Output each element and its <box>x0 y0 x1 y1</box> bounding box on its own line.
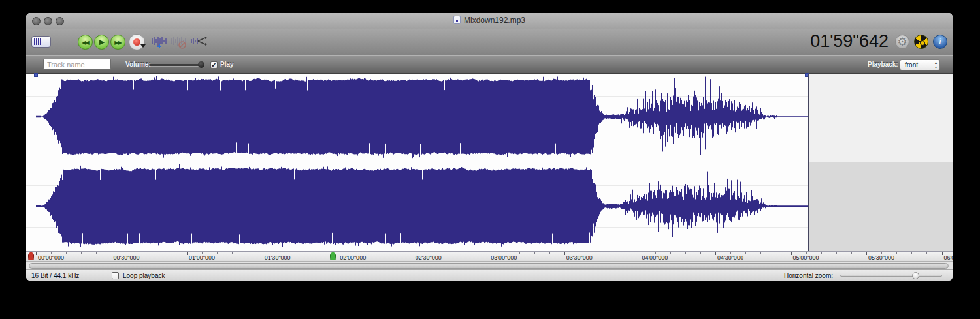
info-button[interactable]: i <box>933 35 947 49</box>
loop-playback-label: Loop playback <box>123 272 165 279</box>
ruler-minor-tick <box>66 252 67 254</box>
add-waveform-icon <box>150 36 169 49</box>
playback-select-value: front <box>905 61 918 68</box>
horizontal-zoom-knob[interactable] <box>912 272 919 279</box>
horizontal-scrollbar[interactable] <box>26 261 953 269</box>
ruler-minor-tick <box>429 252 429 254</box>
burn-button[interactable] <box>914 35 928 49</box>
fast-forward-button[interactable]: ▶▶ <box>110 35 125 50</box>
ruler-tick <box>791 252 792 255</box>
ruler-label: 06'00"000 <box>944 254 953 261</box>
ruler-tick <box>112 252 112 255</box>
delete-waveform-icon <box>170 36 188 49</box>
status-bar: 16 Bit / 44.1 kHz Loop playback Horizont… <box>26 269 953 281</box>
fast-forward-icon: ▶▶ <box>114 40 121 46</box>
info-icon: i <box>939 37 941 46</box>
ruler-label: 01'00"000 <box>189 254 215 261</box>
clip-end-border[interactable] <box>808 74 809 251</box>
track-name-input[interactable] <box>43 59 111 70</box>
horizontal-scrollbar-thumb[interactable] <box>29 263 949 269</box>
record-button[interactable] <box>129 34 145 50</box>
ruler-label: 02'00"000 <box>340 254 366 261</box>
channel-split-grip[interactable] <box>809 160 815 164</box>
ruler-minor-tick <box>760 252 761 254</box>
ruler-minor-tick <box>504 252 504 254</box>
ruler-minor-tick <box>157 252 157 254</box>
ruler-label: 04'30"000 <box>717 254 743 261</box>
ruler-minor-tick <box>232 252 233 254</box>
ruler-tick <box>36 252 37 255</box>
track-area <box>26 74 953 251</box>
ruler-tick <box>338 252 338 255</box>
ruler-minor-tick <box>384 252 384 254</box>
ruler-minor-tick <box>172 252 172 254</box>
format-info: 16 Bit / 44.1 kHz <box>31 272 79 279</box>
loop-playback-checkbox[interactable] <box>112 272 119 279</box>
ruler-minor-tick <box>911 252 912 254</box>
track-control-strip: Volume: ✓ Play Playback: front ▲▼ <box>26 55 953 74</box>
gear-icon: ⚙ <box>897 36 907 48</box>
ruler-minor-tick <box>595 252 595 254</box>
ruler-minor-tick <box>745 252 746 254</box>
ruler-tick <box>263 252 263 255</box>
ruler-tick <box>942 252 943 255</box>
titlebar[interactable]: Mixdown192.mp3 <box>26 13 953 29</box>
ruler-minor-tick <box>353 252 353 254</box>
ruler-label: 05'30"000 <box>868 254 894 261</box>
playback-start-line[interactable] <box>31 74 31 251</box>
ruler-minor-tick <box>127 252 127 254</box>
ruler-minor-tick <box>881 252 882 254</box>
ruler-label: 03'30"000 <box>566 254 593 261</box>
ruler-minor-tick <box>217 252 218 254</box>
ruler-tick <box>715 252 716 255</box>
start-marker[interactable] <box>28 252 34 260</box>
ruler-minor-tick <box>610 252 610 254</box>
ruler-minor-tick <box>655 252 656 254</box>
ruler-label: 03'00"000 <box>491 254 517 261</box>
playback-label: Playback: <box>868 61 898 68</box>
ruler-minor-tick <box>308 252 308 254</box>
ruler-minor-tick <box>96 252 97 254</box>
split-waveform-button[interactable] <box>189 36 208 49</box>
ruler-label: 02'30"000 <box>416 254 442 261</box>
ruler-minor-tick <box>519 252 520 254</box>
playback-select[interactable]: front ▲▼ <box>900 59 940 70</box>
waveform-palette-icon[interactable] <box>31 36 51 48</box>
ruler-minor-tick <box>142 252 142 254</box>
rewind-button[interactable]: ◀◀ <box>78 35 93 50</box>
ruler-minor-tick <box>836 252 837 254</box>
playhead-marker[interactable] <box>330 252 336 260</box>
delete-waveform-button <box>170 36 188 49</box>
split-waveform-icon <box>189 36 208 49</box>
ruler-minor-tick <box>293 252 293 254</box>
stepper-arrows-icon: ▲▼ <box>934 61 938 70</box>
window-title: Mixdown192.mp3 <box>464 16 525 25</box>
ruler-minor-tick <box>399 252 399 254</box>
volume-slider-knob[interactable] <box>198 61 204 68</box>
ruler-minor-tick <box>730 252 731 254</box>
time-ruler[interactable]: 00'00"00000'30"00001'00"00001'30"00002'0… <box>26 251 953 261</box>
settings-button[interactable]: ⚙ <box>895 35 909 49</box>
selection-handle-left[interactable] <box>34 73 38 77</box>
document-icon <box>453 16 461 24</box>
ruler-label: 01'30"000 <box>265 254 291 261</box>
ruler-tick <box>564 252 565 255</box>
ruler-minor-tick <box>821 252 822 254</box>
ruler-minor-tick <box>700 252 701 254</box>
ruler-label: 00'30"000 <box>114 254 140 261</box>
ruler-minor-tick <box>851 252 852 254</box>
ruler-minor-tick <box>248 252 248 254</box>
volume-slider[interactable] <box>149 64 203 66</box>
ruler-tick <box>866 252 867 255</box>
ruler-minor-tick <box>278 252 278 254</box>
play-button[interactable]: ▶ <box>94 35 109 50</box>
ruler-tick <box>489 252 489 255</box>
toolbar: ◀◀ ▶ ▶▶ <box>26 29 953 55</box>
add-waveform-button[interactable] <box>150 36 169 49</box>
horizontal-zoom-slider[interactable] <box>840 275 942 277</box>
window-title-wrap: Mixdown192.mp3 <box>26 16 953 25</box>
play-icon: ▶ <box>99 38 104 46</box>
play-checkbox-label: Play <box>220 61 234 68</box>
app-window: Mixdown192.mp3 ◀◀ ▶ ▶▶ <box>26 13 953 281</box>
play-checkbox[interactable]: ✓ <box>210 61 218 68</box>
